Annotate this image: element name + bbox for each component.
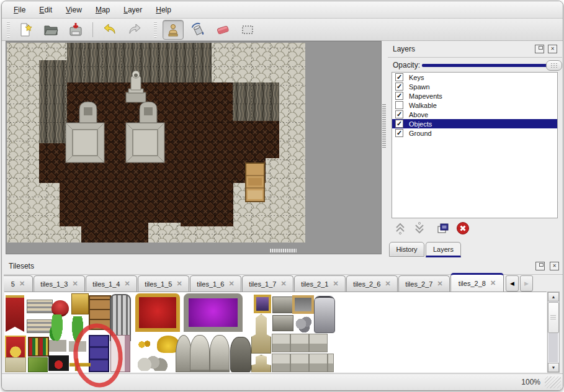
tile-obelisk[interactable] — [251, 314, 271, 354]
tile-angel-statue-2[interactable] — [210, 335, 230, 372]
tab-close-icon[interactable]: ✕ — [228, 280, 234, 288]
tile-iron-gate[interactable] — [110, 294, 131, 341]
tile-junk-pile[interactable] — [292, 313, 314, 333]
map-hscroll-handle[interactable] — [269, 249, 297, 252]
float-panel-icon[interactable] — [535, 262, 545, 270]
tile-gold-lizard[interactable] — [135, 337, 154, 352]
layer-row-spawn[interactable]: ✓Spawn — [392, 82, 557, 91]
tile-black-shelf[interactable] — [48, 355, 69, 371]
close-panel-icon[interactable]: ✕ — [548, 45, 557, 53]
tileset-tab-3[interactable]: tiles_1_5✕ — [138, 275, 189, 292]
tab-close-icon[interactable]: ✕ — [19, 280, 25, 288]
menu-layer[interactable]: Layer — [117, 4, 149, 16]
tileset-tab-1[interactable]: tiles_1_3✕ — [34, 275, 85, 292]
tile-red-gold-throne[interactable] — [135, 293, 180, 332]
layer-checkbox[interactable]: ✓ — [395, 120, 403, 128]
tileset-tab-2[interactable]: tiles_1_4✕ — [86, 275, 137, 292]
save-button[interactable] — [65, 20, 86, 40]
tile-gold-cross[interactable] — [69, 359, 91, 371]
tile-green-flag[interactable] — [28, 357, 48, 372]
tile-knight-armor[interactable] — [314, 296, 335, 333]
tileset-tab-9[interactable]: tiles_2_8✕ — [450, 273, 504, 292]
scroll-thumb[interactable] — [548, 302, 559, 333]
layer-checkbox[interactable]: ✓ — [395, 82, 403, 91]
layer-checkbox[interactable]: ✓ — [395, 73, 403, 81]
tile-purple-throne[interactable] — [184, 293, 243, 332]
open-button[interactable] — [40, 20, 61, 40]
tab-scroll-left-button[interactable]: ◀ — [506, 275, 519, 292]
scroll-down-button[interactable]: ▼ — [548, 363, 559, 372]
eraser-tool-button[interactable] — [212, 20, 233, 40]
layer-row-walkable[interactable]: Walkable — [392, 100, 557, 110]
layer-checkbox[interactable]: ✓ — [395, 92, 403, 100]
scroll-up-button[interactable]: ▲ — [548, 292, 559, 301]
tab-close-icon[interactable]: ✕ — [490, 279, 496, 287]
delete-layer-button[interactable] — [454, 220, 471, 236]
menu-map[interactable]: Map — [89, 4, 117, 16]
layer-row-mapevents[interactable]: ✓Mapevents — [392, 91, 557, 100]
tab-scroll-right-button[interactable]: ▶ — [520, 275, 533, 292]
lower-layer-button[interactable] — [411, 220, 427, 236]
tab-close-icon[interactable]: ✕ — [333, 280, 338, 288]
tile-gold-shrine[interactable] — [71, 293, 89, 314]
tileset-canvas[interactable] — [4, 292, 547, 372]
tile-potted-plant[interactable] — [69, 316, 86, 352]
rect-select-tool-button[interactable] — [237, 20, 258, 40]
vertical-splitter[interactable] — [381, 41, 387, 257]
tile-loom[interactable] — [27, 300, 53, 313]
menu-edit[interactable]: Edit — [32, 4, 59, 16]
tile-wooden-door[interactable] — [89, 295, 111, 330]
toolbar-drag-handle[interactable] — [7, 22, 10, 38]
tileset-tab-8[interactable]: tiles_2_7✕ — [398, 275, 450, 292]
tileset-tab-4[interactable]: tiles_1_6✕ — [190, 275, 241, 292]
tileset-tab-5[interactable]: tiles_1_7✕ — [242, 275, 293, 292]
tile-obelisk-small[interactable] — [251, 355, 271, 372]
tile-angel-statue[interactable] — [190, 335, 210, 372]
undo-button[interactable] — [99, 20, 120, 40]
layer-checkbox[interactable] — [395, 101, 403, 109]
tileset-tab-7[interactable]: tiles_2_6✕ — [346, 275, 398, 292]
tile-tan-tile[interactable] — [5, 357, 26, 372]
resize-grip[interactable] — [545, 376, 561, 388]
tile-red-banner[interactable] — [6, 295, 24, 332]
tab-layers[interactable]: Layers — [426, 242, 461, 257]
menu-view[interactable]: View — [59, 4, 89, 16]
tile-stone-slab[interactable] — [272, 315, 293, 331]
tab-history[interactable]: History — [389, 242, 424, 257]
tile-gargoyle[interactable] — [230, 337, 251, 372]
toolbar-drag-handle-2[interactable] — [154, 22, 157, 38]
redo-button[interactable] — [124, 20, 145, 40]
stamp-tool-button[interactable] — [163, 20, 184, 40]
tileset-tab-6[interactable]: tiles_2_1✕ — [294, 275, 346, 292]
tab-close-icon[interactable]: ✕ — [72, 280, 78, 288]
layer-row-objects[interactable]: ✓Objects — [392, 119, 557, 128]
tab-close-icon[interactable]: ✕ — [385, 280, 390, 288]
tile-framed-portrait[interactable] — [254, 295, 271, 313]
tab-close-icon[interactable]: ✕ — [437, 280, 442, 288]
close-panel-icon[interactable]: ✕ — [550, 262, 559, 270]
tile-purple-door[interactable] — [89, 335, 109, 372]
map-canvas[interactable] — [7, 43, 305, 243]
raise-layer-button[interactable] — [392, 220, 408, 236]
opacity-slider-track[interactable] — [422, 64, 548, 67]
tab-close-icon[interactable]: ✕ — [176, 280, 182, 288]
tile-bed[interactable] — [110, 335, 130, 372]
layer-row-ground[interactable]: ✓Ground — [392, 128, 557, 138]
opacity-slider-handle[interactable] — [546, 60, 562, 71]
menu-file[interactable]: File — [7, 4, 32, 16]
tab-close-icon[interactable]: ✕ — [280, 280, 286, 288]
layer-row-above[interactable]: ✓Above — [392, 110, 557, 119]
menu-help[interactable]: Help — [149, 4, 178, 16]
duplicate-layer-button[interactable] — [434, 220, 450, 236]
tile-bookshelf[interactable] — [28, 337, 49, 357]
tile-stone-blocks[interactable] — [272, 334, 328, 352]
fill-tool-button[interactable] — [187, 20, 208, 40]
tileset-vscrollbar[interactable]: ▲ ▼ — [547, 292, 560, 373]
tile-stone-pillar-blocks[interactable] — [272, 354, 334, 372]
layer-checkbox[interactable]: ✓ — [395, 110, 403, 118]
layer-checkbox[interactable]: ✓ — [395, 129, 403, 137]
tileset-tab-0[interactable]: 5✕ — [4, 275, 33, 292]
tile-stone-ledge[interactable] — [272, 296, 293, 313]
new-file-button[interactable] — [16, 20, 37, 40]
layer-row-keys[interactable]: ✓Keys — [392, 73, 557, 82]
